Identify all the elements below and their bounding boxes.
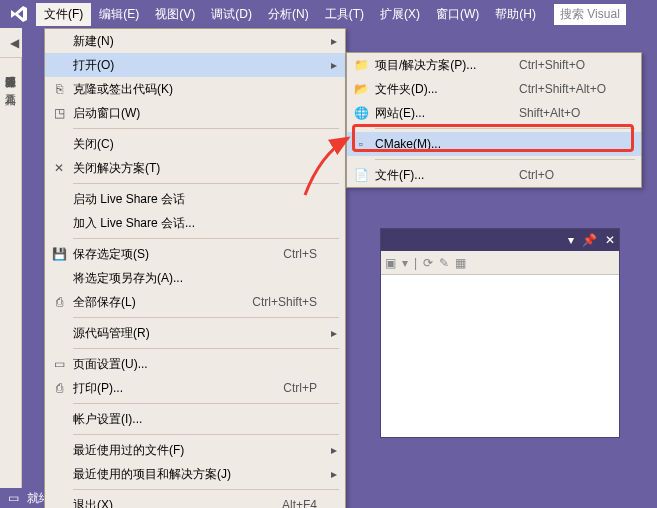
close-icon[interactable]: ✕ xyxy=(605,233,615,247)
file-menu-item-11[interactable]: 💾保存选定项(S)Ctrl+S xyxy=(45,242,345,266)
file-menu-item-2[interactable]: ⎘克隆或签出代码(K) xyxy=(45,77,345,101)
open-menu-icon-4: ▫ xyxy=(347,137,375,151)
open-menu-item-6[interactable]: 📄文件(F)...Ctrl+O xyxy=(347,163,641,187)
open-menu-icon-6: 📄 xyxy=(347,168,375,182)
back-button[interactable]: ◀ xyxy=(6,34,23,52)
file-menu: 新建(N)▸打开(O)▸⎘克隆或签出代码(K)◳启动窗口(W)关闭(C)✕关闭解… xyxy=(44,28,346,508)
sidebar: 服务器资源管理器 工具箱 xyxy=(0,58,22,488)
file-menu-item-18[interactable]: ⎙打印(P)...Ctrl+P xyxy=(45,376,345,400)
menu-3[interactable]: 调试(D) xyxy=(203,3,260,26)
sidebar-tab-toolbox[interactable]: 工具箱 xyxy=(1,82,20,90)
panel-tb-btn[interactable]: ✎ xyxy=(439,256,449,270)
open-menu-icon-0: 📁 xyxy=(347,58,375,72)
dropdown-icon[interactable]: ▾ xyxy=(568,233,574,247)
file-menu-icon-18: ⎙ xyxy=(45,381,73,395)
statusbar-icon: ▭ xyxy=(8,491,19,505)
open-menu-item-1[interactable]: 📂文件夹(D)...Ctrl+Shift+Alt+O xyxy=(347,77,641,101)
tool-window: ▾ 📌 ✕ ▣ ▾ | ⟳ ✎ ▦ xyxy=(380,228,620,438)
menubar: 文件(F)编辑(E)视图(V)调试(D)分析(N)工具(T)扩展(X)窗口(W)… xyxy=(0,0,657,28)
file-menu-item-17[interactable]: ▭页面设置(U)... xyxy=(45,352,345,376)
menu-4[interactable]: 分析(N) xyxy=(260,3,317,26)
file-menu-icon-3: ◳ xyxy=(45,106,73,120)
menu-2[interactable]: 视图(V) xyxy=(147,3,203,26)
menu-7[interactable]: 窗口(W) xyxy=(428,3,487,26)
open-submenu: 📁项目/解决方案(P)...Ctrl+Shift+O📂文件夹(D)...Ctrl… xyxy=(346,52,642,188)
panel-tb-btn[interactable]: ▣ xyxy=(385,256,396,270)
file-menu-item-15[interactable]: 源代码管理(R)▸ xyxy=(45,321,345,345)
file-menu-item-23[interactable]: 最近使用的项目和解决方案(J)▸ xyxy=(45,462,345,486)
menu-5[interactable]: 工具(T) xyxy=(317,3,372,26)
file-menu-icon-13: ⎙ xyxy=(45,295,73,309)
menu-6[interactable]: 扩展(X) xyxy=(372,3,428,26)
file-menu-item-8[interactable]: 启动 Live Share 会话 xyxy=(45,187,345,211)
panel-tb-btn[interactable]: ⟳ xyxy=(423,256,433,270)
panel-tb-btn[interactable]: ▾ xyxy=(402,256,408,270)
file-menu-item-13[interactable]: ⎙全部保存(L)Ctrl+Shift+S xyxy=(45,290,345,314)
open-menu-icon-2: 🌐 xyxy=(347,106,375,120)
file-menu-icon-2: ⎘ xyxy=(45,82,73,96)
file-menu-item-0[interactable]: 新建(N)▸ xyxy=(45,29,345,53)
open-menu-item-0[interactable]: 📁项目/解决方案(P)...Ctrl+Shift+O xyxy=(347,53,641,77)
file-menu-item-12[interactable]: 将选定项另存为(A)... xyxy=(45,266,345,290)
panel-tb-btn[interactable]: ▦ xyxy=(455,256,466,270)
file-menu-icon-17: ▭ xyxy=(45,357,73,371)
sidebar-tab-server-explorer[interactable]: 服务器资源管理器 xyxy=(1,64,20,72)
file-menu-item-6[interactable]: ✕关闭解决方案(T) xyxy=(45,156,345,180)
file-menu-item-5[interactable]: 关闭(C) xyxy=(45,132,345,156)
pin-icon[interactable]: 📌 xyxy=(582,233,597,247)
open-menu-icon-1: 📂 xyxy=(347,82,375,96)
file-menu-icon-6: ✕ xyxy=(45,161,73,175)
menu-1[interactable]: 编辑(E) xyxy=(91,3,147,26)
menu-0[interactable]: 文件(F) xyxy=(36,3,91,26)
vs-logo-icon xyxy=(4,3,34,25)
file-menu-icon-11: 💾 xyxy=(45,247,73,261)
file-menu-item-9[interactable]: 加入 Live Share 会话... xyxy=(45,211,345,235)
open-menu-item-2[interactable]: 🌐网站(E)...Shift+Alt+O xyxy=(347,101,641,125)
open-menu-item-4[interactable]: ▫CMake(M)... xyxy=(347,132,641,156)
file-menu-item-25[interactable]: 退出(X)Alt+F4 xyxy=(45,493,345,508)
file-menu-item-3[interactable]: ◳启动窗口(W) xyxy=(45,101,345,125)
search-box[interactable]: 搜索 Visual xyxy=(554,4,626,25)
file-menu-item-22[interactable]: 最近使用过的文件(F)▸ xyxy=(45,438,345,462)
file-menu-item-20[interactable]: 帐户设置(I)... xyxy=(45,407,345,431)
file-menu-item-1[interactable]: 打开(O)▸ xyxy=(45,53,345,77)
menu-8[interactable]: 帮助(H) xyxy=(487,3,544,26)
